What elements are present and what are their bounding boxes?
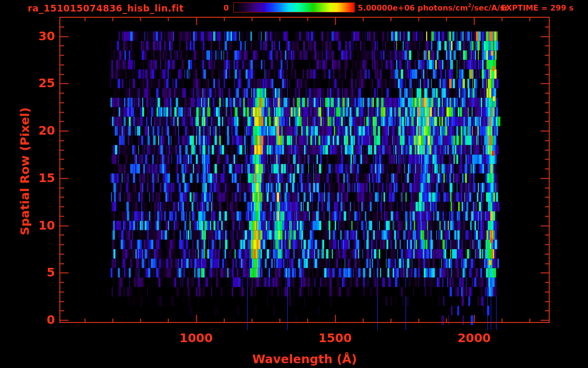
spectral-image-viewer: ra_151015074836_hisb_lin.fit 0 5.00000e+… [0, 0, 588, 368]
colorbar-max-label: 5.00000e+06 photons/cm2/sec/A/sr [358, 3, 509, 12]
colorbar-cm-squared-superscript: 2 [468, 3, 471, 8]
colorbar-max-value-text: 5.00000e+06 photons/cm [358, 3, 468, 12]
file-title: ra_151015074836_hisb_lin.fit [28, 3, 184, 13]
y-tick-label: 10 [26, 218, 55, 232]
y-tick-label: 5 [26, 265, 55, 279]
x-tick-label: 2000 [445, 331, 503, 345]
x-tick-label: 1000 [168, 331, 225, 345]
spectrogram-heatmap-canvas [0, 0, 588, 368]
x-tick-label: 1500 [306, 331, 364, 345]
exptime-label: EXPTIME = 299 s [501, 3, 574, 12]
colorbar-gradient [233, 2, 355, 12]
y-tick-label: 30 [26, 29, 55, 43]
y-tick-label: 15 [26, 171, 55, 185]
y-tick-label: 0 [26, 313, 55, 327]
y-tick-label: 25 [26, 76, 55, 90]
y-tick-label: 20 [26, 124, 55, 138]
x-axis-label: Wavelength (Å) [214, 352, 396, 366]
colorbar-min-label: 0 [206, 3, 229, 12]
